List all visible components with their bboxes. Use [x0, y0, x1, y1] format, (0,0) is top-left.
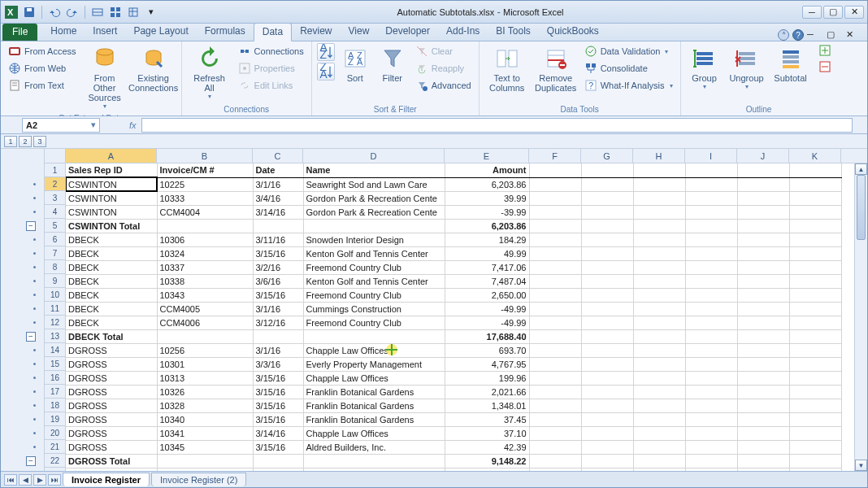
sheet-nav-1[interactable]: ◀ — [19, 474, 32, 486]
row-header[interactable]: 6 — [45, 233, 65, 246]
cell[interactable]: Freemond Country Club — [303, 316, 445, 329]
cell[interactable] — [685, 426, 737, 440]
data-row[interactable]: DBECK103433/15/16Freemond Country Club2,… — [66, 288, 841, 302]
header-row[interactable]: Sales Rep IDInvoice/CM #DateNameAmount — [66, 163, 841, 177]
cell[interactable]: Freemond Country Club — [303, 260, 445, 274]
col-header-F[interactable]: F — [529, 149, 581, 163]
cell[interactable] — [789, 302, 841, 316]
sheet-nav-0[interactable]: ⏮ — [4, 474, 17, 486]
row-header[interactable]: 13 — [45, 329, 65, 343]
cell[interactable] — [737, 357, 789, 371]
sort-desc-button[interactable]: ZA — [317, 63, 335, 81]
cell[interactable]: 3/1/16 — [253, 468, 303, 471]
qat-custom-1-icon[interactable] — [90, 5, 105, 20]
cell[interactable]: -49.99 — [445, 316, 529, 329]
sheet-nav-3[interactable]: ⏭ — [48, 474, 61, 486]
remove-duplicates-button[interactable]: Remove Duplicates — [533, 43, 579, 95]
cell[interactable] — [789, 468, 841, 471]
sort-button[interactable]: AZZASort — [338, 43, 372, 85]
cell[interactable]: DGROSS — [66, 412, 157, 426]
cell[interactable] — [737, 191, 789, 205]
cell[interactable] — [685, 219, 737, 233]
data-row[interactable]: CSWINTONCCM40043/14/16Gordon Park & Recr… — [66, 205, 841, 219]
cell[interactable]: Kenton Golf and Tennis Center — [303, 274, 445, 288]
cell[interactable]: 3/3/16 — [253, 357, 303, 371]
data-row[interactable]: MCHAMBERLIN102263/1/16Armstrong Landscap… — [66, 468, 841, 471]
cell[interactable] — [737, 260, 789, 274]
cell[interactable] — [737, 412, 789, 426]
row-header[interactable]: 5 — [45, 219, 65, 233]
outline-collapse-button[interactable]: − — [26, 332, 36, 342]
cell[interactable] — [529, 205, 581, 219]
cell[interactable] — [303, 329, 445, 343]
vertical-scrollbar[interactable]: ▲ ▼ — [854, 163, 867, 471]
cell[interactable] — [685, 302, 737, 316]
subtotal-row[interactable]: DGROSS Total9,148.22 — [66, 454, 841, 468]
doc-close-button[interactable]: ✕ — [846, 29, 862, 41]
cell[interactable] — [633, 329, 685, 343]
from-text-button[interactable]: From Text — [6, 77, 79, 94]
cell[interactable]: Kenton Golf and Tennis Center — [303, 246, 445, 260]
outline-level-3[interactable]: 3 — [33, 136, 46, 147]
cell[interactable]: DBECK — [66, 274, 157, 288]
advanced-button[interactable]: Advanced — [413, 77, 474, 94]
col-header-G[interactable]: G — [581, 149, 633, 163]
cell[interactable] — [529, 357, 581, 371]
cell[interactable] — [581, 274, 633, 288]
cell[interactable] — [581, 233, 633, 246]
excel-icon[interactable]: X — [4, 5, 19, 20]
tab-developer[interactable]: Developer — [377, 23, 438, 41]
cell[interactable] — [737, 316, 789, 329]
data-row[interactable]: CSWINTON103333/4/16Gordon Park & Recreat… — [66, 191, 841, 205]
tab-page-layout[interactable]: Page Layout — [125, 23, 196, 41]
cell[interactable]: 6,203.86 — [445, 177, 529, 191]
cell[interactable] — [529, 246, 581, 260]
cell[interactable] — [529, 233, 581, 246]
row-header[interactable]: 18 — [45, 399, 65, 412]
row-header[interactable]: 9 — [45, 274, 65, 288]
cell[interactable]: DBECK — [66, 246, 157, 260]
row-header[interactable]: 8 — [45, 260, 65, 274]
cell[interactable]: 199.96 — [445, 371, 529, 385]
row-header[interactable]: 3 — [45, 191, 65, 205]
text-to-columns-button[interactable]: Text to Columns — [484, 43, 530, 95]
row-header[interactable]: 14 — [45, 343, 65, 357]
cell[interactable] — [685, 385, 737, 399]
data-row[interactable]: DGROSS103013/3/16Everly Property Managem… — [66, 357, 841, 371]
cell[interactable] — [789, 205, 841, 219]
cell[interactable]: CCM4006 — [157, 316, 253, 329]
cell[interactable] — [737, 302, 789, 316]
cell[interactable] — [737, 399, 789, 412]
cell[interactable]: Chapple Law Offices — [303, 426, 445, 440]
cell[interactable]: 184.29 — [445, 233, 529, 246]
tab-data[interactable]: Data — [254, 23, 292, 41]
col-header-B[interactable]: B — [157, 149, 253, 163]
cell[interactable] — [581, 316, 633, 329]
cell[interactable] — [581, 219, 633, 233]
cell[interactable] — [685, 233, 737, 246]
name-box[interactable]: ▾ — [22, 118, 100, 133]
row-header[interactable]: 19 — [45, 412, 65, 426]
save-icon[interactable] — [22, 5, 37, 20]
name-box-input[interactable] — [26, 120, 83, 130]
show-detail-button[interactable] — [818, 43, 832, 58]
cell[interactable]: DGROSS — [66, 357, 157, 371]
data-row[interactable]: DBECKCCM40063/12/16Freemond Country Club… — [66, 316, 841, 329]
col-header-E[interactable]: E — [445, 149, 529, 163]
cell[interactable]: 3/15/16 — [253, 412, 303, 426]
cell[interactable]: 3/14/16 — [253, 205, 303, 219]
data-row[interactable]: CSWINTON102253/1/16Seawright Sod and Law… — [66, 177, 841, 191]
cell[interactable] — [253, 329, 303, 343]
cell[interactable] — [633, 274, 685, 288]
cell[interactable] — [789, 219, 841, 233]
cell[interactable] — [789, 343, 841, 357]
cell[interactable] — [737, 246, 789, 260]
cell[interactable]: 9,148.22 — [445, 454, 529, 468]
data-row[interactable]: DBECK103383/6/16Kenton Golf and Tennis C… — [66, 274, 841, 288]
cell[interactable]: 6,203.86 — [445, 219, 529, 233]
cell[interactable] — [789, 233, 841, 246]
cell[interactable]: 3/15/16 — [253, 385, 303, 399]
cell[interactable]: DBECK — [66, 316, 157, 329]
cell[interactable] — [633, 191, 685, 205]
cell[interactable]: 37.10 — [445, 426, 529, 440]
